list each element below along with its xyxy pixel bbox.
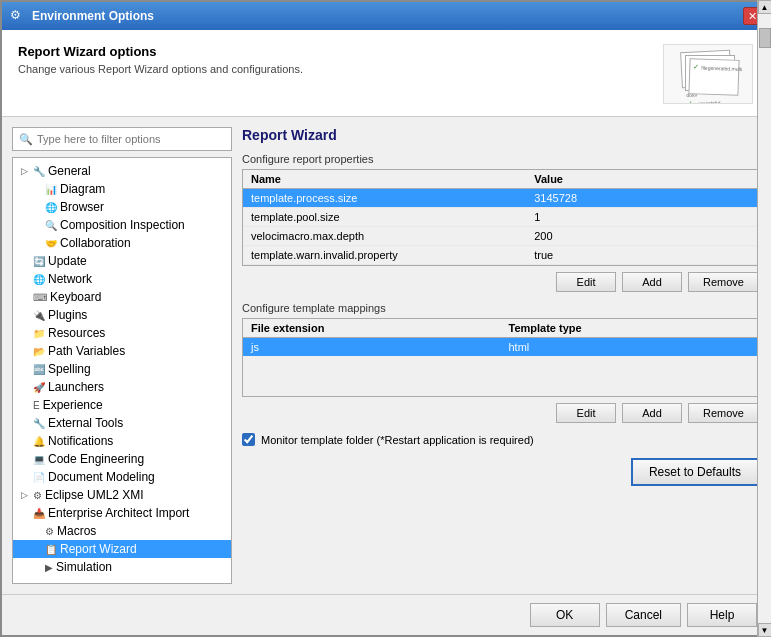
mapping-extension [243,376,501,396]
tree-item-eclipse-uml2-xmi[interactable]: ▷ ⚙ Eclipse UML2 XMI [13,486,231,504]
tree-label: Resources [48,326,105,340]
tree-item-resources[interactable]: 📁 Resources [13,324,231,342]
header-title: Report Wizard options [18,44,303,59]
tree-icon: 🚀 [33,382,45,393]
tree-icon: 🔌 [33,310,45,321]
tree-item-launchers[interactable]: 🚀 Launchers [13,378,231,396]
prop-value: 3145728 [526,189,758,208]
props-add-button[interactable]: Add [622,272,682,292]
help-button[interactable]: Help [687,603,757,627]
mapping-extension [243,356,501,376]
tree-item-general[interactable]: ▷ 🔧 General [13,162,231,180]
tree-icon: 🔄 [33,256,45,267]
header-text: Report Wizard options Change various Rep… [18,44,303,75]
props-remove-button[interactable]: Remove [688,272,759,292]
tree-item-external-tools[interactable]: 🔧 External Tools [13,414,231,432]
tree-label: General [48,164,91,178]
expand-icon: ▷ [21,166,31,176]
monitor-checkbox[interactable] [242,433,255,446]
col-value-header: Value [526,170,758,189]
tree-item-code-engineering[interactable]: 💻 Code Engineering [13,450,231,468]
tree-item-experience[interactable]: E Experience [13,396,231,414]
table-row[interactable] [243,376,758,396]
monitor-label: Monitor template folder (*Restart applic… [261,434,534,446]
tree-label: Document Modeling [48,470,155,484]
tree-item-keyboard[interactable]: ⌨ Keyboard [13,288,231,306]
properties-scrollbar[interactable]: ▲ ▼ [757,0,771,637]
scroll-up-arrow[interactable]: ▲ [758,0,772,14]
table-row[interactable]: velocimacro.max.depth 200 [243,227,758,246]
tree-label: Code Engineering [48,452,144,466]
ok-button[interactable]: OK [530,603,600,627]
footer: OK Cancel Help [2,594,769,635]
bottom-row: Reset to Defaults [242,458,759,486]
mappings-table-container: File extension Template type js html [242,318,759,397]
col-type-header: Template type [501,319,759,338]
mappings-add-button[interactable]: Add [622,403,682,423]
config-section-label: Configure report properties [242,153,759,165]
mapping-type [501,376,759,396]
window-title: Environment Options [32,9,154,23]
tree-item-enterprise-architect-import[interactable]: 📥 Enterprise Architect Import [13,504,231,522]
table-row[interactable]: template.pool.size 1 [243,208,758,227]
tree-icon: ⚙ [33,490,42,501]
tree-label: Diagram [60,182,105,196]
tree-item-browser[interactable]: 🌐 Browser [13,198,231,216]
tree-item-spelling[interactable]: 🔤 Spelling [13,360,231,378]
tree-item-composition-inspection[interactable]: 🔍 Composition Inspection [13,216,231,234]
mappings-remove-button[interactable]: Remove [688,403,759,423]
monitor-row: Monitor template folder (*Restart applic… [242,433,759,446]
tree-label: Simulation [56,560,112,574]
tree-item-path-variables[interactable]: 📂 Path Variables [13,342,231,360]
table-row[interactable] [243,356,758,376]
tree-label: Notifications [48,434,113,448]
tree-icon: 🔧 [33,418,45,429]
tree-icon: 🔧 [33,166,45,177]
table-row[interactable]: template.warn.invalid.property true [243,246,758,265]
tree-label: Network [48,272,92,286]
scroll-down-arrow[interactable]: ▼ [758,623,772,637]
mappings-section-label: Configure template mappings [242,302,759,314]
tree-label: Composition Inspection [60,218,185,232]
tree-item-diagram[interactable]: 📊 Diagram [13,180,231,198]
tree-label: Path Variables [48,344,125,358]
tree-icon: ⚙ [45,526,54,537]
search-input[interactable] [37,133,225,145]
tree-label: Keyboard [50,290,101,304]
scroll-thumb[interactable] [759,28,771,48]
tree-item-macros[interactable]: ⚙ Macros [13,522,231,540]
tree-label: Eclipse UML2 XMI [45,488,144,502]
tree-item-document-modeling[interactable]: 📄 Document Modeling [13,468,231,486]
doc-stack: ✓filegenerated.multi ✓vachagindes et. ✓L… [673,49,743,99]
tree-label: Browser [60,200,104,214]
tree-item-plugins[interactable]: 🔌 Plugins [13,306,231,324]
tree-label: Report Wizard [60,542,137,556]
tree-item-report-wizard[interactable]: 📋 Report Wizard [13,540,231,558]
tree-item-notifications[interactable]: 🔔 Notifications [13,432,231,450]
tree-item-update[interactable]: 🔄 Update [13,252,231,270]
expand-icon: ▷ [21,490,31,500]
tree-icon: 📊 [45,184,57,195]
table-row[interactable]: js html [243,338,758,357]
table-row[interactable]: template.process.size 3145728 [243,189,758,208]
tree-panel: ▷ 🔧 General 📊 Diagram 🌐 Browser 🔍 [12,157,232,584]
prop-name: template.pool.size [243,208,526,227]
mapping-type: html [501,338,759,357]
header-description: Change various Report Wizard options and… [18,63,303,75]
tree-item-simulation[interactable]: ▶ Simulation [13,558,231,576]
cancel-button[interactable]: Cancel [606,603,681,627]
reset-defaults-button[interactable]: Reset to Defaults [631,458,759,486]
tree-icon: 🔍 [45,220,57,231]
tree-icon: 🤝 [45,238,57,249]
mapping-type [501,356,759,376]
tree-item-collaboration[interactable]: 🤝 Collaboration [13,234,231,252]
tree-icon: 💻 [33,454,45,465]
props-edit-button[interactable]: Edit [556,272,616,292]
right-panel-title: Report Wizard [242,127,759,143]
tree-icon: 🌐 [45,202,57,213]
tree-item-network[interactable]: 🌐 Network [13,270,231,288]
tree-label: Experience [43,398,103,412]
properties-table: Name Value template.process.size 3145728 [243,170,758,265]
mappings-edit-button[interactable]: Edit [556,403,616,423]
header-image: ✓filegenerated.multi ✓vachagindes et. ✓L… [663,44,753,104]
